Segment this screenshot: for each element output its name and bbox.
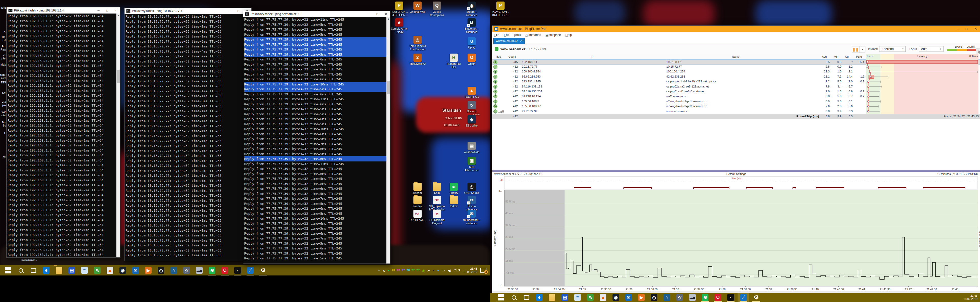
minimize-button[interactable]: ─ [225, 8, 234, 14]
interval-select[interactable]: 1 second▼ [879, 46, 906, 52]
scroll-up-icon[interactable]: ▲ [117, 14, 120, 17]
scrollbar[interactable]: ▲ [387, 17, 390, 264]
menu-item-summaries[interactable]: Summaries [525, 33, 541, 37]
cursor-icon[interactable]: ➤ [427, 269, 430, 272]
desktop-icon-quake-champions[interactable]: QQuake Champions [428, 2, 446, 17]
menu-item-help[interactable]: Help [566, 33, 572, 37]
desktop-icon-origin[interactable]: OOrigin [463, 54, 481, 65]
maximize-button[interactable]: □ [103, 7, 111, 14]
taskbar-icon-obs[interactable]: ◴ [155, 265, 167, 275]
desktop-icon-discord[interactable]: ツDiscord [463, 101, 481, 113]
language-indicator[interactable]: CES [453, 269, 460, 272]
scrollbar[interactable]: ▲ [116, 14, 120, 257]
taskbar-icon-cmd[interactable]: >_ [725, 293, 737, 302]
taskbar-icon-editor[interactable]: ✎ [584, 293, 596, 302]
taskbar-icon-settings[interactable]: ⚙ [750, 293, 762, 302]
terminal-window-1[interactable]: C:\Příkazový řádek - ping 192.168.1.1 -t… [6, 7, 121, 257]
tab-www-seznam-cz[interactable]: www.seznam.cz ✓ [493, 38, 525, 44]
menu-item-edit[interactable]: Edit [504, 33, 509, 37]
scroll-up-icon[interactable]: ▲ [387, 17, 390, 21]
taskbar-icon-file-explorer[interactable] [546, 293, 558, 302]
column-header-min[interactable]: Min [831, 54, 842, 59]
taskbar-icon-spotify[interactable]: ≋ [699, 293, 711, 302]
taskbar-icon-pingplotter[interactable]: ⟋ [245, 265, 256, 275]
taskbar-icon-file-explorer[interactable] [53, 265, 65, 275]
menu-item-workspace[interactable]: Workspace [546, 33, 561, 37]
msi-dragon-icon[interactable]: ● [433, 269, 434, 272]
taskbar-icon-system-monitor[interactable]: ▁▃▅ [687, 293, 698, 302]
minimize-button[interactable]: ─ [364, 11, 373, 17]
desktop-icon-msi-afterburner[interactable]: ▣MSI Afterburner [463, 157, 481, 172]
taskbar-icon-edge[interactable]: e [40, 265, 52, 275]
desktop-icon-thedivision2[interactable]: 2TheDivision2 [408, 54, 427, 65]
taskbar-icon-discord[interactable]: ツ [181, 265, 192, 275]
desktop-icon-overlay[interactable]: overlay [408, 196, 427, 208]
desktop-icon-sh-diploma-original[interactable]: PDFSH Diploma Original [428, 210, 446, 225]
taskbar-icon-discord[interactable]: ツ [674, 293, 686, 302]
taskbar-icon-steam[interactable]: ◉ [117, 265, 129, 275]
desktop-icon-steam-z-stupce[interactable]: ◉↗Steam – zástupce [463, 2, 481, 17]
terminal-titlebar[interactable]: C:\Příkazový řádek - ping 10.15.72.77 -t… [124, 8, 251, 14]
desktop-icon-tom-clancy-s-the-division[interactable]: ◎Tom Clancy's The Division [408, 36, 427, 51]
desktop-icon-snip[interactable]: Snip [428, 183, 446, 195]
taskbar-icon-edge[interactable]: e [533, 293, 545, 302]
spotify-tray-icon[interactable]: ● [388, 269, 390, 272]
maximize-button[interactable]: □ [234, 8, 243, 14]
desktop-icon-zombie-army-trilogy[interactable]: ★Zombie Army Trilogy [390, 18, 408, 34]
taskbar-icon-task-view[interactable] [520, 293, 532, 302]
taskbar-icon-spotify[interactable]: ≋ [206, 265, 218, 275]
menu-item-file[interactable]: File [494, 33, 499, 37]
column-header-pl[interactable]: PL% [853, 54, 865, 59]
terminal-window-3[interactable]: C:\Příkazový řádek - ping seznam.cz -t─□… [243, 11, 390, 264]
column-header-name[interactable]: Name [664, 54, 807, 59]
taskbar-icon-notepad[interactable]: ≡ [572, 293, 584, 302]
column-header-count[interactable]: Count [504, 54, 520, 59]
desktop-icon-original-war[interactable]: WOriginal War [408, 2, 427, 14]
desktop-icon-tarkov[interactable]: tarkov [445, 196, 463, 208]
pause-dropdown-button[interactable]: ▼ [860, 46, 865, 53]
close-button[interactable]: ✕ [971, 26, 980, 32]
taskbar-icon-floppy-app[interactable]: ▤ [66, 265, 78, 275]
taskbar-icon-floppy-app[interactable]: ▤ [559, 293, 571, 302]
terminal-titlebar[interactable]: C:\Příkazový řádek - ping seznam.cz -t─□… [243, 11, 390, 17]
taskbar-icon-start[interactable] [495, 293, 507, 302]
desktop-icon-esl-wire[interactable]: ◆ESL Wire [463, 115, 481, 127]
desktop-icon-faceit-ac[interactable]: ▲FACEIT AC [463, 87, 481, 99]
new-tab-button[interactable]: + [522, 38, 524, 43]
scrollbar-thumb[interactable] [117, 70, 120, 83]
maximize-button[interactable]: □ [962, 26, 971, 32]
taskbar-icon-steam[interactable]: ◉ [610, 293, 622, 302]
desktop-icon-obs-studio[interactable]: ◴OBS Studio [463, 183, 481, 195]
taskbar-icon-system-monitor[interactable]: ▁▃▅ [193, 265, 205, 275]
timeline-graph-panel[interactable]: www.seznam.cz (77.75.77.39): hop 11Defau… [492, 170, 980, 293]
messaging-icon[interactable]: ● [437, 269, 439, 272]
taskbar-icon-task-view[interactable] [27, 265, 39, 275]
terminal-titlebar[interactable]: C:\Příkazový řádek - ping 192.168.1.1 -t… [6, 7, 120, 14]
taskbar-icon-vlc[interactable]: ▲ [104, 265, 116, 275]
desktop-icon-playerun-battlegr[interactable]: PPLAYERUN... BATTLEGR... [491, 2, 510, 17]
clock[interactable]: 21:4318.02.2019 [463, 267, 477, 274]
taskbar-icon-obs[interactable]: ◴ [648, 293, 660, 302]
taskbar-icon-opera[interactable]: O [712, 293, 724, 302]
action-center-icon[interactable]: 3 [480, 268, 487, 273]
taskbar-icon-search[interactable] [508, 293, 520, 302]
desktop-icon-human-fall-flat[interactable]: HHuman Fall Flat [445, 54, 463, 69]
desktop-icon-uplay[interactable]: ∪Uplay [463, 37, 481, 49]
nvidia-icon[interactable]: ◉ [422, 269, 425, 272]
scrollbar-thumb[interactable] [387, 81, 390, 94]
desktop-icon-thunderbird-z-stupce[interactable]: ✉↗thunderbird – zástupce [463, 210, 481, 225]
taskbar-icon-opera[interactable]: O [219, 265, 231, 275]
taskbar-icon-thunderbird[interactable]: ✉ [130, 265, 142, 275]
minimize-button[interactable]: ─ [953, 26, 962, 32]
desktop-icon-snip-z-stupce[interactable]: ✂↗Snip – zástupce [463, 196, 481, 211]
desktop-icon-wushowhide[interactable]: ▤wushowhide [463, 142, 481, 154]
taskbar-icon-settings[interactable]: ⚙ [257, 265, 269, 275]
column-header-avg[interactable]: Avg [819, 54, 830, 59]
volume-icon[interactable]: ◀) [447, 269, 451, 272]
taskbar-icon-voice-app[interactable]: ∩ [661, 293, 673, 302]
taskbar-icon-editor[interactable]: ✎ [91, 265, 103, 275]
people-icon[interactable]: ○ [378, 269, 380, 272]
taskbar-icon-vlc[interactable]: ▲ [597, 293, 609, 302]
taskbar-icon-voice-app[interactable]: ∩ [168, 265, 180, 275]
taskbar-icon-start[interactable] [2, 265, 14, 275]
